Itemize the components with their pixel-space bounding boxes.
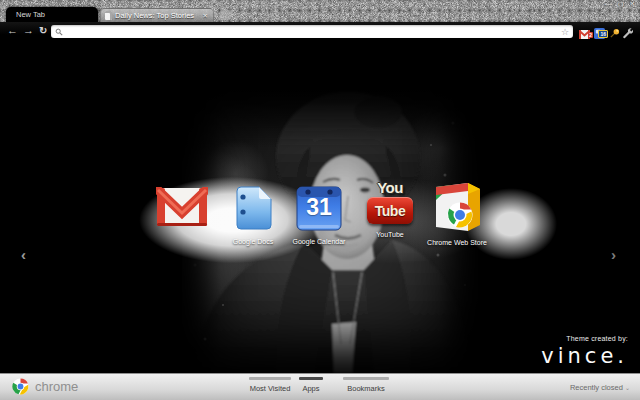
forward-icon[interactable]: → [23,24,34,37]
wrench-menu-button[interactable] [621,25,633,37]
maximize-button[interactable]: ▢ [617,0,623,8]
reload-icon[interactable]: ↻ [39,24,47,37]
section-indicator [249,377,291,380]
chrome-branding: chrome [12,378,78,395]
adblock-extension-button[interactable]: 16 [594,25,606,37]
section-label: Bookmarks [347,384,385,393]
chrome-logo-icon [12,378,29,395]
app-label: Google Calendar [293,238,346,245]
app-label: YouTube [376,231,404,238]
page-favicon [105,11,112,20]
search-icon [55,28,63,36]
section-bookmarks[interactable]: Bookmarks [343,377,389,393]
gmail-icon [156,187,208,227]
minimize-button[interactable]: — [605,0,612,8]
tab-close-icon[interactable]: ✕ [202,12,209,20]
app-google-docs[interactable]: Google Docs [215,185,291,245]
tab-new-tab[interactable]: New Tab [6,7,98,22]
wrench-icon [621,27,633,39]
pushpin-icon [609,28,620,39]
adblock-count-badge: 16 [598,30,608,38]
chevron-down-icon: ⌄ [625,385,630,391]
section-apps[interactable]: Apps [299,377,323,393]
youtube-logo-tube: Tube [375,203,405,219]
back-icon[interactable]: ← [7,24,18,37]
chrome-wordmark: chrome [35,379,78,394]
bookmark-star-icon[interactable]: ☆ [561,26,569,38]
app-youtube[interactable]: You Tube YouTube [356,180,424,238]
next-page-arrow[interactable]: › [611,247,616,263]
bottom-bar: chrome Most Visited Apps Bookmarks Recen… [0,373,640,400]
recently-closed-label: Recently closed [570,383,623,392]
previous-page-arrow[interactable]: ‹ [21,247,26,263]
app-label: Google Docs [233,238,273,245]
app-google-calendar[interactable]: 31 Google Calendar [283,185,355,245]
google-docs-icon [233,185,273,231]
omnibox[interactable]: ☆ [51,25,573,38]
app-chrome-web-store[interactable]: Chrome Web Store [424,178,490,246]
section-most-visited[interactable]: Most Visited [249,377,291,393]
section-label: Most Visited [250,384,291,393]
theme-credit-prefix: Theme created by: [541,335,628,342]
gmail-extension-button[interactable]: 2 [579,25,591,37]
section-label: Apps [302,384,319,393]
youtube-logo-you: You [377,180,403,196]
section-indicator [299,377,323,380]
theme-credit: Theme created by: vince. [541,335,628,368]
close-button[interactable]: ✕ [630,0,635,8]
chrome-web-store-icon [430,178,484,232]
browser-window: — ▢ ✕ New Tab Daily News: Top Stories ✕ … [0,0,640,400]
address-input[interactable] [66,26,557,37]
recently-closed-menu[interactable]: Recently closed ⌄ [570,383,630,392]
app-label: Chrome Web Store [427,239,487,246]
tab-daily-news[interactable]: Daily News: Top Stories ✕ [100,8,214,22]
section-indicator [343,377,389,380]
theme-author-name: vince. [541,344,628,368]
gmail-unread-badge: 2 [588,32,593,38]
new-tab-page: Google Docs 31 [0,40,640,373]
pushpin-extension-button[interactable] [609,25,621,37]
app-gmail[interactable] [150,187,214,234]
calendar-day-number: 31 [296,194,342,221]
tab-label: New Tab [16,10,45,19]
toolbar: ← → ↻ ☆ [0,22,640,40]
window-controls: — ▢ ✕ [605,0,635,8]
tab-label: Daily News: Top Stories [115,11,194,20]
youtube-icon: Tube [367,197,413,224]
